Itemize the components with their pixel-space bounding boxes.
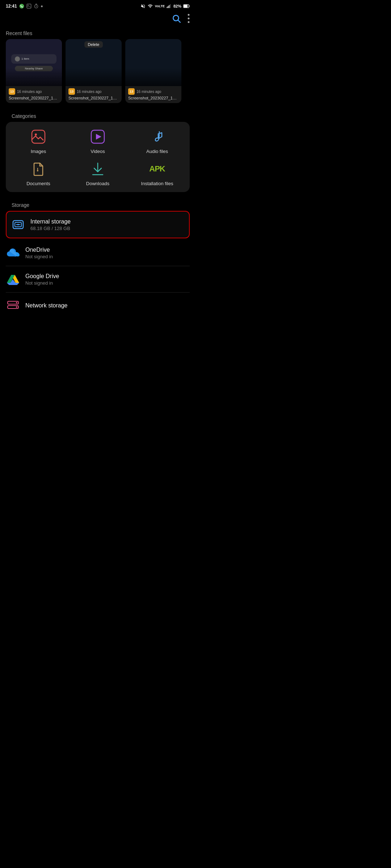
svg-rect-7 [170,4,171,8]
svg-point-0 [19,4,24,9]
file-name-3: Screenshot_20230227_122445... [128,96,178,100]
header-toolbar [0,11,196,26]
category-documents[interactable]: Documents [9,160,68,186]
category-apk[interactable]: APK Installation files [127,160,187,186]
delete-badge: Delete [84,41,103,48]
onedrive-icon [6,246,20,260]
svg-point-12 [188,14,190,16]
storage-section: Storage Internal storage 68.18 GB / 128 … [0,198,196,319]
svg-point-2 [28,5,28,6]
category-images[interactable]: Images [9,128,68,154]
apk-icon: APK [148,160,166,178]
documents-label: Documents [26,181,50,186]
network-storage-icon [6,298,20,313]
category-downloads[interactable]: Downloads [68,160,127,186]
onedrive-info: OneDrive Not signed in [25,247,190,259]
category-videos[interactable]: Videos [68,128,127,154]
timer-icon [34,4,39,9]
apk-label: Installation files [141,181,173,186]
internal-storage-info: Internal storage 68.18 GB / 128 GB [30,218,185,231]
dot-indicator [41,5,43,7]
mute-icon [140,4,146,9]
svg-rect-6 [169,5,169,8]
svg-point-25 [17,224,19,225]
battery-percent: 82% [173,4,181,8]
googledrive-name: Google Drive [25,273,190,280]
app-badge-1: 13 [9,88,15,95]
status-right: VoLTE 82% [140,4,190,9]
categories-grid: Images Videos Audio files [6,122,190,192]
documents-icon [29,160,47,178]
googledrive-icon [6,272,20,286]
recent-file-card-3[interactable]: 13 16 minutes ago Screenshot_20230227_12… [125,39,181,103]
storage-title: Storage [6,198,190,211]
recent-file-card-1[interactable]: 1 item Nearby Share 13 16 minutes ago Sc… [6,39,62,103]
category-audio[interactable]: Audio files [127,128,187,154]
svg-rect-15 [32,130,45,143]
googledrive-info: Google Drive Not signed in [25,273,190,286]
app-badge-3: 13 [128,88,135,95]
storage-internal[interactable]: Internal storage 68.18 GB / 128 GB [6,211,190,238]
onedrive-sub: Not signed in [25,254,190,259]
status-left: 12:41 [6,4,43,9]
storage-onedrive[interactable]: OneDrive Not signed in [6,240,190,266]
svg-point-14 [188,21,190,23]
gallery-icon [26,4,31,9]
googledrive-sub: Not signed in [25,280,190,286]
storage-network[interactable]: Network storage [6,293,190,319]
categories-section: Categories Images Videos [0,109,196,198]
file-name-2: Screenshot_20230227_122452... [68,96,119,100]
videos-label: Videos [91,149,105,154]
svg-point-16 [35,133,37,136]
internal-storage-name: Internal storage [30,218,185,225]
svg-point-32 [16,306,17,308]
onedrive-name: OneDrive [25,247,190,253]
clock: 12:41 [6,4,17,9]
recent-files-title: Recent files [0,26,196,39]
more-options-icon[interactable] [188,14,190,23]
search-icon[interactable] [172,14,181,23]
battery-icon [183,4,190,8]
svg-rect-9 [184,5,188,8]
downloads-icon [89,160,107,178]
downloads-label: Downloads [86,181,109,186]
storage-googledrive[interactable]: Google Drive Not signed in [6,266,190,293]
svg-marker-18 [96,134,101,140]
internal-storage-sub: 68.18 GB / 128 GB [30,226,185,231]
network-storage-name: Network storage [25,302,190,309]
audio-label: Audio files [146,149,168,154]
network-storage-info: Network storage [25,302,190,309]
file-time-3: 16 minutes ago [136,90,161,94]
volte-indicator: VoLTE [155,4,165,8]
svg-rect-5 [168,6,168,8]
recent-file-card-2[interactable]: Delete 13 16 minutes ago Screenshot_2023… [66,39,122,103]
svg-point-19 [37,170,38,171]
images-label: Images [31,149,46,154]
audio-icon [148,128,166,146]
whatsapp-icon [19,4,24,9]
status-bar: 12:41 VoLTE 82% [0,0,196,11]
videos-icon [89,128,107,146]
svg-point-13 [188,18,190,20]
svg-point-31 [16,302,17,303]
internal-storage-icon [11,217,25,232]
recent-files-list: 1 item Nearby Share 13 16 minutes ago Sc… [0,39,196,109]
file-time-1: 16 minutes ago [17,90,42,94]
svg-line-11 [178,20,180,22]
recent-files-section: Recent files 1 item Nearby Share 13 16 m… [0,26,196,109]
file-name-1: Screenshot_20230227_1225... [9,96,59,100]
images-icon [29,128,47,146]
app-badge-2: 13 [68,88,75,95]
svg-rect-4 [167,7,168,8]
categories-title: Categories [6,109,190,122]
file-time-2: 16 minutes ago [77,90,101,94]
signal-icon [167,4,172,9]
wifi-icon [147,4,153,9]
